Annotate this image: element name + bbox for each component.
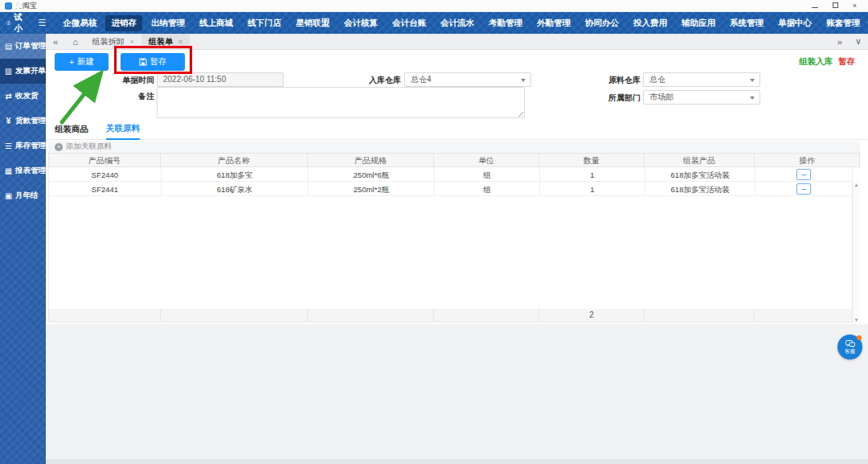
- close-icon[interactable]: ×: [853, 2, 857, 10]
- tabs-menu-icon[interactable]: ∨: [849, 36, 868, 47]
- table-cell: 组: [435, 182, 540, 196]
- topnav-item[interactable]: 出纳管理: [145, 15, 190, 31]
- avatar-icon: [6, 18, 11, 28]
- table-body: SF2440618加多宝250ml*6瓶组1618加多宝活动装−SF244161…: [48, 167, 860, 309]
- topnav-item[interactable]: 辅助应用: [676, 15, 721, 31]
- support-button[interactable]: 客服: [837, 335, 862, 359]
- topnav-item[interactable]: 投入费用: [628, 15, 673, 31]
- table-header-cell: 产品名称: [161, 153, 308, 167]
- select-caret-icon: [750, 96, 755, 100]
- topnav-item[interactable]: 企微易核: [57, 15, 102, 31]
- save-draft-button[interactable]: 暂存: [121, 53, 185, 71]
- home-icon[interactable]: ⌂: [65, 37, 85, 47]
- status-type: 组装入库: [799, 56, 833, 68]
- tabs-forward-icon[interactable]: »: [831, 37, 849, 47]
- tab-label: 组装拆卸: [92, 36, 125, 47]
- tab-related-materials[interactable]: 关联原料: [106, 123, 140, 140]
- collapse-sidebar-icon[interactable]: «: [46, 37, 65, 47]
- tab-strip: « ⌂ 组装拆卸×组装单× » ∨: [46, 34, 868, 50]
- topnav-item[interactable]: 线上商城: [194, 15, 239, 31]
- document-tab[interactable]: 组装单×: [141, 34, 190, 50]
- plus-icon: +: [69, 57, 74, 67]
- sidebar-item[interactable]: ⇄收发货: [0, 84, 46, 109]
- remove-row-button[interactable]: −: [796, 169, 811, 180]
- topnav-item[interactable]: 会计流水: [435, 15, 480, 31]
- doc-time-input[interactable]: 2022-06-10 11:50: [157, 72, 284, 87]
- table-cell: 618加多宝活动装: [645, 182, 755, 196]
- topnav-item[interactable]: 进销存: [105, 15, 142, 31]
- floppy-save-icon: [139, 58, 147, 66]
- chat-bubbles-icon: [845, 340, 855, 348]
- table-cell: 618矿泉水: [162, 182, 309, 196]
- department-select[interactable]: 市场部: [643, 90, 760, 105]
- remove-row-button[interactable]: −: [796, 183, 811, 195]
- sidebar-item[interactable]: ▤订单管理: [0, 34, 46, 59]
- topnav-menu: 企微易核进销存出纳管理线上商城线下门店星销联盟会计核算会计台账会计流水考勤管理外…: [55, 12, 867, 34]
- table-footer-cell: [161, 309, 308, 322]
- topnav-item[interactable]: 账套管理: [821, 15, 866, 31]
- support-label: 客服: [845, 348, 855, 354]
- sidebar-item[interactable]: ▣月年结: [0, 183, 46, 208]
- remarks-textarea[interactable]: [157, 87, 525, 118]
- scroll-down-icon[interactable]: ▼: [854, 318, 859, 322]
- field-label-remarks: 备注: [108, 91, 154, 102]
- support-notification-dot: [857, 335, 862, 340]
- topnav-item[interactable]: 会计台账: [387, 15, 432, 31]
- table-cell: 250ml*2瓶: [309, 182, 435, 196]
- shipping-icon: ⇄: [4, 92, 13, 101]
- detail-tabs: 组装商品 关联原料: [46, 122, 868, 140]
- topnav-item[interactable]: 星销联盟: [290, 15, 335, 31]
- close-tab-icon[interactable]: ×: [178, 38, 182, 46]
- scroll-up-icon[interactable]: ▲: [854, 183, 859, 187]
- table-row[interactable]: SF2441618矿泉水250ml*2瓶组1618加多宝活动装−: [49, 182, 853, 196]
- field-label-department: 所属部门: [595, 92, 641, 104]
- field-label-in-warehouse: 入库仓库: [355, 75, 401, 86]
- sidebar-item-label: 发票开单: [15, 66, 46, 76]
- table-scrollbar[interactable]: ▲ ▼: [852, 182, 860, 323]
- top-navigation: 测试小李 ☰ 企微易核进销存出纳管理线上商城线下门店星销联盟会计核算会计台账会计…: [0, 12, 868, 34]
- document-status: 组装入库 暂存: [799, 56, 855, 68]
- open-tabs: 组装拆卸×组装单×: [85, 34, 190, 50]
- document-tab[interactable]: 组装拆卸×: [85, 34, 141, 50]
- topnav-item[interactable]: 考勤管理: [483, 15, 528, 31]
- bottom-strip: [46, 459, 868, 464]
- menu-icon[interactable]: ☰: [39, 18, 47, 28]
- topnav-item[interactable]: 外勤管理: [531, 15, 576, 31]
- report-icon: ▦: [4, 166, 13, 175]
- tab-assembled-goods[interactable]: 组装商品: [55, 124, 88, 139]
- topnav-item[interactable]: 线下门店: [242, 15, 287, 31]
- table-cell: 1: [540, 182, 645, 196]
- table-footer-cell: [308, 309, 434, 322]
- select-caret-icon: [521, 79, 526, 82]
- table-footer: 2: [48, 309, 860, 322]
- add-related-material-button[interactable]: + 添加关联原料: [48, 141, 860, 153]
- window-titlebar: 企阅宝 ×: [0, 0, 868, 12]
- sidebar-item-label: 报表管理: [15, 166, 46, 176]
- sidebar-item[interactable]: ▥发票开单: [0, 59, 46, 84]
- table-row[interactable]: SF2440618加多宝250ml*6瓶组1618加多宝活动装−: [49, 167, 853, 182]
- restore-icon[interactable]: [833, 2, 838, 10]
- material-warehouse-select[interactable]: 总仓: [643, 72, 760, 87]
- table-footer-cell: [434, 309, 539, 322]
- new-button[interactable]: + 新建: [55, 53, 108, 71]
- topnav-item[interactable]: 单据中心: [772, 15, 817, 31]
- sidebar-item[interactable]: ☰库存管理: [0, 133, 46, 158]
- in-warehouse-select[interactable]: 总仓4: [404, 72, 531, 87]
- materials-table: 产品编号产品名称产品规格单位数量组装产品操作 SF2440618加多宝250ml…: [48, 153, 860, 322]
- sidebar-item[interactable]: ¥货款管理: [0, 109, 46, 133]
- payment-icon: ¥: [4, 117, 13, 125]
- sidebar-item[interactable]: ▦报表管理: [0, 158, 46, 183]
- minimize-icon[interactable]: [812, 2, 818, 10]
- window-controls: ×: [812, 2, 863, 10]
- close-tab-icon[interactable]: ×: [130, 38, 134, 46]
- table-header-cell: 产品编号: [48, 153, 161, 167]
- order-icon: ▤: [4, 42, 13, 51]
- tab-label: 组装单: [149, 36, 173, 47]
- topnav-item[interactable]: 协同办公: [579, 15, 624, 31]
- field-label-material-warehouse: 原料仓库: [595, 75, 641, 86]
- table-header-cell: 数量: [539, 153, 645, 167]
- topnav-item[interactable]: 会计核算: [338, 15, 383, 31]
- topnav-item[interactable]: 系统管理: [724, 15, 769, 31]
- inventory-icon: ☰: [4, 142, 13, 150]
- status-badge: 暂存: [838, 56, 855, 68]
